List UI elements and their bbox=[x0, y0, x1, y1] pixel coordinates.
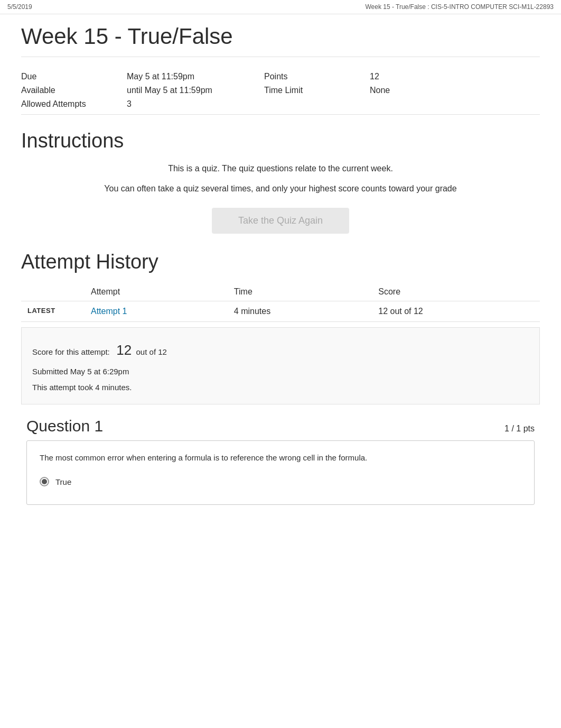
score-big: 12 bbox=[116, 342, 132, 358]
score-label: Score for this attempt: bbox=[32, 347, 110, 356]
attempt-table: Attempt Time Score LATEST Attempt 1 4 mi… bbox=[21, 283, 540, 322]
attempt-history-title: Attempt History bbox=[21, 251, 540, 273]
quiz-meta: Due May 5 at 11:59pm Points 12 Available… bbox=[21, 62, 540, 115]
col-header-0 bbox=[21, 283, 85, 301]
score-out-of: out of 12 bbox=[136, 347, 167, 356]
attempt-link-cell[interactable]: Attempt 1 bbox=[85, 301, 228, 322]
answer-true-label: True bbox=[55, 477, 71, 486]
question-1-text: The most common error when entering a fo… bbox=[40, 451, 521, 464]
question-1-pts: 1 / 1 pts bbox=[504, 424, 535, 434]
time-limit-value: None bbox=[370, 86, 433, 95]
question-1-title: Question 1 bbox=[26, 417, 103, 435]
take-quiz-again-button[interactable]: Take the Quiz Again bbox=[212, 208, 349, 234]
latest-label: LATEST bbox=[21, 301, 85, 322]
question-1-box: The most common error when entering a fo… bbox=[26, 440, 535, 505]
question-1: Question 1 1 / 1 pts The most common err… bbox=[21, 417, 540, 505]
due-value: May 5 at 11:59pm bbox=[127, 72, 264, 81]
questions-section: Question 1 1 / 1 pts The most common err… bbox=[21, 417, 540, 505]
allowed-attempts-label: Allowed Attempts bbox=[21, 99, 127, 109]
points-value: 12 bbox=[370, 72, 433, 81]
submitted-text: Submitted May 5 at 6:29pm bbox=[32, 364, 529, 380]
quiz-title: Week 15 - True/False bbox=[21, 24, 540, 57]
col-header-score: Score bbox=[372, 283, 540, 301]
attempt-score: 12 out of 12 bbox=[372, 301, 540, 322]
radio-true bbox=[40, 477, 49, 486]
points-label: Points bbox=[264, 72, 370, 81]
answer-true-wrapper: True bbox=[40, 477, 521, 486]
instructions-text1: This is a quiz. The quiz questions relat… bbox=[21, 162, 540, 176]
instructions-title: Instructions bbox=[21, 130, 540, 152]
attempt-history-section: Attempt History Attempt Time Score LATES… bbox=[21, 251, 540, 404]
available-value: until May 5 at 11:59pm bbox=[127, 86, 264, 95]
instructions-text2: You can often take a quiz several times,… bbox=[21, 182, 540, 196]
attempt-1-link[interactable]: Attempt 1 bbox=[91, 307, 127, 316]
col-header-time: Time bbox=[228, 283, 372, 301]
available-label: Available bbox=[21, 86, 127, 95]
allowed-attempts-value: 3 bbox=[127, 99, 264, 109]
table-row: LATEST Attempt 1 4 minutes 12 out of 12 bbox=[21, 301, 540, 322]
topbar-date: 5/5/2019 bbox=[7, 3, 32, 11]
took-text: This attempt took 4 minutes. bbox=[32, 380, 529, 395]
topbar-breadcrumb: Week 15 - True/False : CIS-5-INTRO COMPU… bbox=[365, 3, 554, 11]
attempt-details: Score for this attempt: 12 out of 12 Sub… bbox=[21, 327, 540, 404]
attempt-time: 4 minutes bbox=[228, 301, 372, 322]
col-header-attempt: Attempt bbox=[85, 283, 228, 301]
due-label: Due bbox=[21, 72, 127, 81]
time-limit-label: Time Limit bbox=[264, 86, 370, 95]
